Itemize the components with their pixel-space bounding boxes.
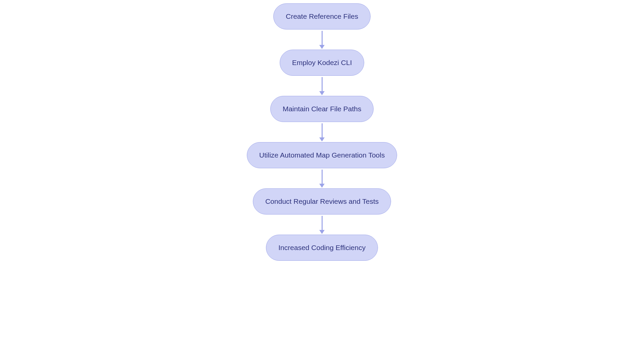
- flowchart-container: Create Reference Files Employ Kodezi CLI…: [247, 3, 397, 261]
- arrow-icon: [321, 216, 322, 233]
- node-label: Increased Coding Efficiency: [278, 244, 366, 252]
- node-label: Utilize Automated Map Generation Tools: [259, 151, 385, 159]
- node-label: Maintain Clear File Paths: [283, 105, 362, 113]
- node-label: Employ Kodezi CLI: [292, 59, 352, 67]
- flowchart-node-4: Utilize Automated Map Generation Tools: [247, 142, 397, 168]
- flowchart-node-3: Maintain Clear File Paths: [270, 96, 374, 122]
- flowchart-node-6: Increased Coding Efficiency: [266, 235, 378, 261]
- arrow-icon: [321, 31, 322, 48]
- arrow-icon: [321, 77, 322, 95]
- flowchart-node-2: Employ Kodezi CLI: [280, 50, 365, 76]
- flowchart-node-5: Conduct Regular Reviews and Tests: [253, 188, 391, 215]
- arrow-icon: [321, 170, 322, 187]
- node-label: Conduct Regular Reviews and Tests: [265, 197, 379, 205]
- node-label: Create Reference Files: [286, 12, 358, 20]
- flowchart-node-1: Create Reference Files: [273, 3, 371, 29]
- arrow-icon: [321, 123, 322, 141]
